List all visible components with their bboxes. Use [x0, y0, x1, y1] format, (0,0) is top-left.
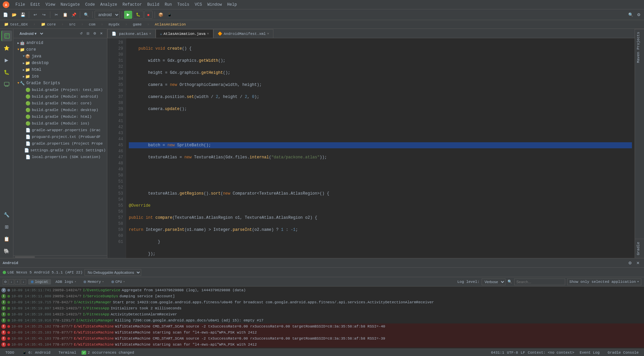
favorites-btn[interactable]: ⭐ [1, 43, 12, 53]
show-selected-app-btn[interactable]: Show only selected application ▾ [567, 278, 641, 285]
tree-item-build-gradle-ios[interactable]: 🟢 build.gradle (Module: ios) [13, 120, 107, 127]
menu-tools[interactable]: Tools [175, 2, 192, 8]
tree-item-settings-gradle[interactable]: 📄 settings.gradle (Project Settings) [13, 147, 107, 154]
menu-window[interactable]: Window [205, 2, 224, 8]
gradle-btn[interactable]: 🐘 [1, 246, 12, 256]
menu-build[interactable]: Build [145, 2, 161, 8]
menu-help[interactable]: Help [225, 2, 239, 8]
paste-btn[interactable]: 📌 [70, 11, 78, 19]
cut-btn[interactable]: ✂ [52, 11, 60, 19]
menu-analyze[interactable]: Analyze [98, 2, 119, 8]
menu-edit[interactable]: Edit [29, 2, 42, 8]
terminal-status-tab[interactable]: Terminal [56, 350, 79, 355]
logcat-down-btn[interactable]: ↓ [21, 279, 26, 285]
cursor-position[interactable]: 6431:1 [491, 351, 504, 355]
encoding[interactable]: UTF-8 [507, 351, 518, 355]
tree-item-build-gradle-project[interactable]: 🟢 build.gradle (Project: test_GDX) [13, 87, 107, 93]
logcat-tab-logcat[interactable]: logcat [28, 279, 51, 285]
tree-item-android[interactable]: ▶ 🤖 android [13, 40, 107, 46]
tree-item-local-properties[interactable]: 📄 local.properties (SDK Location) [13, 154, 107, 160]
tree-item-gradle-scripts[interactable]: ▼ 🔧 Gradle Scripts [13, 80, 107, 87]
run-config-dropdown[interactable]: android [95, 11, 120, 19]
android-status-tab[interactable]: 📱 6: Android [19, 350, 53, 355]
stop-button[interactable]: ■ [144, 11, 153, 19]
find-btn[interactable]: 🔍 [82, 11, 90, 19]
new-file-btn[interactable]: 📄 [1, 11, 9, 19]
atlasanimation-close-btn[interactable]: ✕ [207, 32, 209, 36]
breadcrumb-game[interactable]: game [130, 22, 144, 27]
event-log-btn[interactable]: 📋 [1, 234, 12, 244]
breadcrumb-mygdx[interactable]: mygdx [106, 22, 122, 27]
tree-item-gradle-wrapper[interactable]: 📄 gradle-wrapper.properties (Grac [13, 127, 107, 134]
tree-item-html[interactable]: ▶ 📁 html [13, 66, 107, 73]
panel-scroll-bar[interactable] [13, 255, 107, 258]
save-btn[interactable]: 💾 [19, 11, 27, 19]
tree-item-proguard[interactable]: 📄 proguard-project.txt (ProGuardF [13, 134, 107, 140]
maven-projects-tab[interactable]: Maven Projects [635, 29, 644, 65]
panel-settings-btn[interactable]: ⚙ [92, 31, 98, 37]
settings-btn[interactable]: ⚙ [635, 11, 643, 19]
logcat-scroll-btn[interactable]: ↓ [9, 279, 14, 285]
breadcrumb-src[interactable]: src [66, 22, 78, 27]
logcat-tab-cpu[interactable]: CPU ▾ [109, 279, 128, 285]
gradle-console-tab[interactable]: Gradle Console [605, 350, 641, 355]
event-log-tab[interactable]: Event Log [577, 350, 602, 355]
search-everywhere-btn[interactable]: 🔍 [627, 11, 635, 19]
project-view-btn[interactable] [1, 31, 12, 41]
line-separator[interactable]: LF [521, 351, 525, 355]
menu-file[interactable]: File [13, 2, 27, 8]
tree-item-build-gradle-core[interactable]: 🟢 build.gradle (Module: core) [13, 100, 107, 107]
log-search-input[interactable] [514, 278, 565, 285]
bottom-settings-btn[interactable]: ⚙ [627, 260, 633, 266]
menu-code[interactable]: Code [83, 2, 97, 8]
logcat-tab-memory[interactable]: Memory ▾ [81, 279, 106, 285]
undo-btn[interactable]: ↩ [31, 11, 39, 19]
app-select[interactable]: No Debuggable Applications [85, 269, 141, 276]
breadcrumb-root[interactable]: 📁 test_GDX [1, 21, 31, 27]
sdk-manager-btn[interactable]: 📦 [157, 11, 165, 19]
log-level-select[interactable]: Verbose Debug Info Warn Error Assert [482, 278, 505, 285]
tree-item-java[interactable]: ▼ 📦 java [13, 53, 107, 60]
android-monitor-btn[interactable] [1, 79, 12, 90]
redo-btn[interactable]: ↪ [40, 11, 48, 19]
build-variants-btn[interactable]: 🔧 [1, 209, 12, 220]
open-btn[interactable]: 📂 [10, 11, 18, 19]
run-btn-left[interactable]: ▶ [1, 55, 12, 65]
menu-view[interactable]: View [44, 2, 57, 8]
logcat-tab-adb[interactable]: ADB logs ▾ [53, 279, 79, 285]
panel-close-btn[interactable]: ✕ [98, 31, 104, 37]
panel-sync-btn[interactable]: ↺ [78, 31, 84, 37]
project-view-select[interactable]: Android ▾ [16, 30, 44, 38]
tree-item-ios[interactable]: ▶ 📁 ios [13, 73, 107, 80]
file-tab-packone[interactable]: 📄 packone.atlas ✕ [107, 29, 156, 38]
menu-vcs[interactable]: VCS [193, 2, 204, 8]
bottom-close-btn[interactable]: ✕ [635, 260, 641, 266]
tree-item-desktop[interactable]: ▶ 📁 desktop [13, 60, 107, 66]
breadcrumb-class[interactable]: AtlasAnimation [152, 22, 188, 27]
terminal-btn-left[interactable]: ⊞ [1, 221, 12, 232]
menu-refactor[interactable]: Refactor [120, 2, 144, 8]
debug-button[interactable]: 🐛 [133, 11, 144, 19]
copy-btn[interactable]: 📋 [61, 11, 69, 19]
tree-item-build-gradle-desktop[interactable]: 🟢 build.gradle (Module: desktop) [13, 107, 107, 113]
panel-scroll-thumb[interactable] [15, 256, 35, 258]
menu-run[interactable]: Run [163, 2, 174, 8]
logcat-clear-btn[interactable]: ⊝ [3, 279, 8, 285]
tree-item-core[interactable]: ▼ 📁 core [13, 46, 107, 53]
logcat-up-btn[interactable]: ↑ [15, 279, 20, 285]
code-content[interactable]: public void create() { width = Gdx.graph… [126, 38, 635, 258]
packone-close-btn[interactable]: ✕ [149, 32, 151, 36]
panel-collapse-btn[interactable]: ⊟ [85, 31, 91, 37]
tree-item-gradle-properties[interactable]: 📄 gradle.properties (Project Prope [13, 140, 107, 147]
avd-manager-btn[interactable]: 📱 [166, 11, 174, 19]
run-button[interactable]: ▶ [124, 11, 132, 19]
log-content[interactable]: V 10-09 14:35:11:741 29059-14824/? I/Eve… [0, 287, 644, 349]
file-tab-atlasanimation[interactable]: ☕ AtlasAnimation.java ✕ [156, 29, 213, 38]
todo-tab[interactable]: TODO [3, 350, 17, 355]
breadcrumb-com[interactable]: com [86, 22, 98, 27]
debug-btn-left[interactable]: 🐛 [1, 67, 12, 78]
tree-item-build-gradle-android[interactable]: 🟢 build.gradle (Module: android) [13, 93, 107, 100]
file-tab-androidmanifest[interactable]: 🔶 AndroidManifest.xml ✕ [213, 29, 273, 38]
breadcrumb-core[interactable]: 📁 core [38, 21, 58, 27]
menu-navigate[interactable]: Navigate [58, 2, 82, 8]
